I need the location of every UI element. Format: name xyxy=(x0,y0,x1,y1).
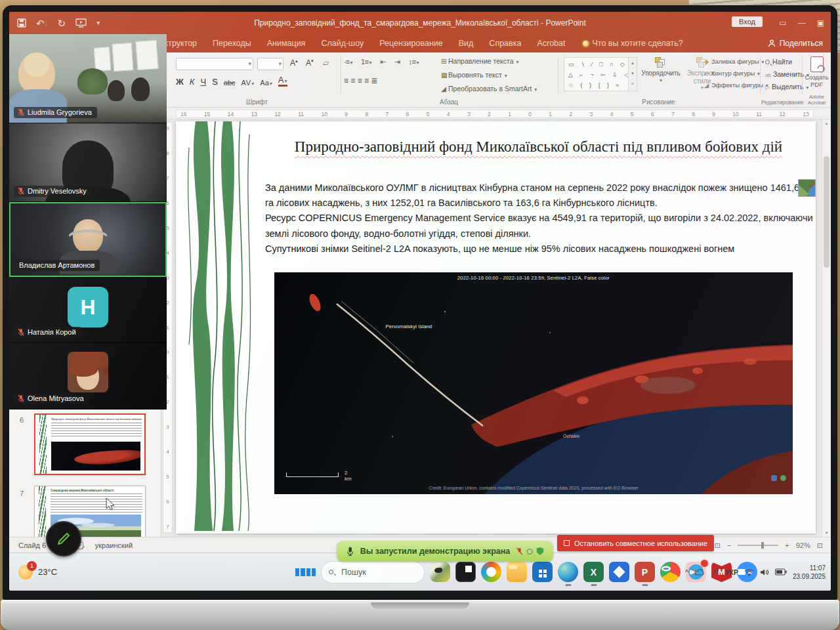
proofing-language[interactable]: украинский xyxy=(95,541,133,549)
character-spacing-button[interactable]: АV▾ xyxy=(242,79,255,87)
font-size-select[interactable]: ▾ xyxy=(257,58,284,70)
chrome-icon[interactable] xyxy=(660,562,681,582)
bullets-icon[interactable]: ∙≡▾ xyxy=(344,58,352,66)
scroll-down-icon[interactable]: ▾ xyxy=(822,530,831,536)
vertical-scrollbar[interactable]: ▴ ▾ xyxy=(822,119,831,537)
start-slideshow-icon[interactable] xyxy=(75,18,87,28)
photo-viewer-icon[interactable] xyxy=(455,562,476,582)
zoom-slider[interactable] xyxy=(738,545,778,546)
file-explorer-icon[interactable] xyxy=(507,562,527,582)
scrollbar-thumb[interactable] xyxy=(824,156,830,268)
tab-animations[interactable]: Анимация xyxy=(259,39,314,48)
participant-tile[interactable]: H Наталія Корой xyxy=(9,277,167,343)
scroll-up-icon[interactable]: ▴ xyxy=(822,119,831,126)
underline-button[interactable]: Ч xyxy=(200,77,206,87)
copilot-icon[interactable] xyxy=(481,562,501,582)
change-case-button[interactable]: Аа▾ xyxy=(260,79,272,87)
shrink-font-icon[interactable]: А▾ xyxy=(306,58,314,68)
font-name-select[interactable]: ▾ xyxy=(176,58,253,70)
shape-outline-button[interactable]: ▱Контур фигуры ▾ xyxy=(704,70,761,77)
align-text-button[interactable]: ▦Выровнять текст ▾ xyxy=(441,71,559,79)
photo-app-icon[interactable] xyxy=(430,562,450,582)
wifi-icon[interactable] xyxy=(744,568,754,576)
satellite-image[interactable]: 2022-10-16 00:00 - 2022-10-16 23:59, Sen… xyxy=(274,272,793,494)
zoom-in-icon[interactable]: + xyxy=(785,541,789,549)
photos-icon[interactable] xyxy=(609,562,629,582)
landscape-thumbnail-icon[interactable] xyxy=(798,179,816,197)
ruler-number: 4 xyxy=(447,111,450,117)
tab-transitions[interactable]: Переходы xyxy=(205,39,259,48)
zoom-out-icon[interactable]: − xyxy=(727,541,731,549)
tray-chevron-icon[interactable]: ^ xyxy=(685,568,688,576)
security-shield-icon[interactable] xyxy=(536,547,543,555)
shapes-scroll[interactable]: ▴▾≡ xyxy=(628,58,637,91)
microsoft-store-icon[interactable] xyxy=(532,562,553,582)
save-icon[interactable] xyxy=(17,18,26,28)
bold-button[interactable]: Ж xyxy=(176,77,184,87)
font-color-button[interactable]: А▾ xyxy=(278,75,287,87)
sign-in-button[interactable]: Вход xyxy=(732,16,763,27)
weather-widget[interactable]: 1 23°C xyxy=(18,565,57,579)
excel-icon[interactable]: X xyxy=(583,562,604,582)
participant-tile[interactable]: Dmitry Veselovsky xyxy=(9,123,167,202)
battery-icon[interactable] xyxy=(775,568,787,576)
onedrive-icon[interactable] xyxy=(694,568,705,576)
ribbon-display-options-icon[interactable]: ▭ xyxy=(779,18,786,28)
person-icon xyxy=(768,39,776,47)
undo-icon[interactable]: ↶▾ xyxy=(36,18,48,28)
line-spacing-icon[interactable]: ↕≡▾ xyxy=(409,58,419,66)
muted-mic-icon[interactable] xyxy=(516,547,522,555)
text-shadow-button[interactable]: S xyxy=(212,77,218,87)
shape-fill-button[interactable]: ◆Заливка фигуры ▾ xyxy=(704,58,761,65)
slide-canvas[interactable]: Природно-заповідний фонд Миколаївської о… xyxy=(176,121,816,534)
participant-tile-active-speaker[interactable]: Владислав Артамонов xyxy=(9,202,167,277)
tab-view[interactable]: Вид xyxy=(451,39,482,48)
speaker-icon[interactable] xyxy=(760,568,769,576)
zoom-level[interactable]: 92% xyxy=(796,541,810,549)
slideshow-view-icon[interactable]: ⊡ xyxy=(715,541,721,550)
numbering-icon[interactable]: 1≡▾ xyxy=(361,58,371,66)
redo-icon[interactable]: ↻ xyxy=(58,18,66,28)
minimize-icon[interactable]: — xyxy=(798,18,806,28)
language-indicator[interactable]: УКР xyxy=(725,568,738,576)
increase-indent-icon[interactable]: ⇥ xyxy=(394,58,400,66)
participant-tile[interactable]: Liudmila Grygorieva xyxy=(9,34,167,123)
text-direction-button[interactable]: ⊞Направление текста ▾ xyxy=(441,57,559,65)
customize-qat-icon[interactable]: ▾ xyxy=(96,20,100,26)
shape-effects-button[interactable]: ◢Эффекты фигуры ▾ xyxy=(704,81,761,89)
tell-me-assistant[interactable]: Что вы хотите сделать? xyxy=(583,39,683,48)
slide-body-text[interactable]: За даними Миколаївського ОУЛМГ в лісницт… xyxy=(265,180,809,257)
record-icon[interactable] xyxy=(526,549,532,555)
slide-title[interactable]: Природно-заповідний фонд Миколаївської о… xyxy=(266,138,810,156)
clear-formatting-icon[interactable]: ▱ xyxy=(323,58,329,68)
taskbar-search[interactable]: Пошук xyxy=(321,561,425,583)
tab-acrobat[interactable]: Acrobat xyxy=(529,39,573,48)
tab-help[interactable]: Справка xyxy=(481,39,529,48)
shapes-gallery[interactable]: ▭ ∖ ∕ □ ○ ◇ △ ⌐ ¬ ⇦ ⇩ ◁ ☆ ( ) { } ≈ ▴▾≡ xyxy=(564,57,637,91)
slide-6-thumbnail[interactable]: Природно-заповідний фонд Миколаївської о… xyxy=(34,413,146,475)
tab-slideshow[interactable]: Слайд-шоу xyxy=(313,39,371,48)
windows-start-button[interactable] xyxy=(295,562,316,582)
pen-input-icon[interactable] xyxy=(711,568,719,576)
participant-tile[interactable]: Olena Mitryasova xyxy=(9,343,167,410)
arrange-button[interactable]: Упорядочить▾ xyxy=(640,57,682,83)
stop-sharing-button[interactable]: Остановить совместное использование xyxy=(557,535,714,551)
banner-controls[interactable] xyxy=(516,547,543,555)
clock[interactable]: 11:07 23.09.2025 xyxy=(793,564,826,581)
create-pdf-button[interactable]: Создать PDF xyxy=(803,56,831,89)
annotation-pencil-button[interactable] xyxy=(46,521,81,556)
decrease-indent-icon[interactable]: ⇤ xyxy=(380,58,386,66)
smartart-button[interactable]: ◢Преобразовать в SmartArt ▾ xyxy=(441,85,559,93)
italic-button[interactable]: К xyxy=(190,77,195,87)
fit-slide-icon[interactable]: ⊡ xyxy=(817,541,823,550)
powerpoint-icon[interactable]: P xyxy=(635,562,655,582)
horizontal-ruler[interactable]: 1615141312111098765432101234567891011121… xyxy=(176,110,814,118)
grow-font-icon[interactable]: А▴ xyxy=(290,58,298,68)
share-button[interactable]: Поделиться xyxy=(768,34,823,52)
alignment-buttons[interactable]: ≡ ≡ ≡ ≡ ≣ xyxy=(344,76,377,85)
tab-review[interactable]: Рецензирование xyxy=(371,39,451,48)
restore-icon[interactable]: ▣ xyxy=(817,18,824,28)
strikethrough-button[interactable]: abc xyxy=(224,79,236,87)
body-line: За даними Миколаївського ОУЛМГ в лісницт… xyxy=(265,180,809,196)
edge-icon[interactable] xyxy=(558,562,578,582)
